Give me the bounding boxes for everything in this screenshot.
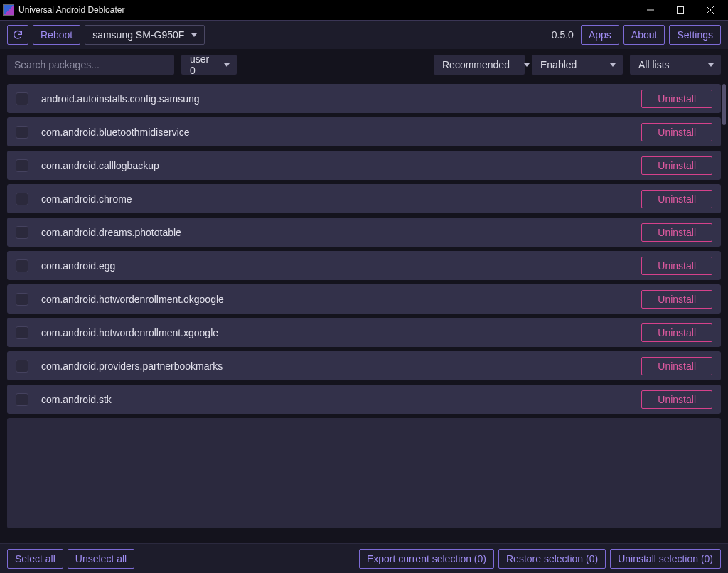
device-select-label: samsung SM-G950F	[92, 29, 184, 41]
about-button[interactable]: About	[623, 25, 665, 45]
package-row[interactable]: android.autoinstalls.config.samsungUnins…	[7, 84, 721, 113]
package-checkbox[interactable]	[16, 259, 28, 272]
uninstall-button[interactable]: Uninstall	[641, 123, 712, 141]
refresh-icon	[12, 29, 23, 41]
uninstall-button[interactable]: Uninstall	[641, 90, 712, 108]
user-select-label: user 0	[190, 53, 210, 76]
package-checkbox[interactable]	[16, 393, 28, 406]
chevron-down-icon	[524, 63, 530, 67]
list-select[interactable]: All lists	[630, 55, 721, 75]
uninstall-button[interactable]: Uninstall	[641, 390, 712, 409]
select-all-button[interactable]: Select all	[7, 549, 63, 569]
status-select[interactable]: Enabled	[532, 55, 623, 75]
svg-rect-0	[678, 7, 684, 14]
chevron-down-icon	[191, 33, 197, 37]
export-selection-button[interactable]: Export current selection (0)	[359, 549, 494, 569]
package-checkbox[interactable]	[16, 326, 28, 339]
apps-button[interactable]: Apps	[581, 25, 619, 45]
uninstall-button[interactable]: Uninstall	[641, 190, 712, 208]
user-select[interactable]: user 0	[181, 55, 237, 75]
package-row[interactable]: com.android.hotwordenrollment.xgoogleUni…	[7, 318, 721, 347]
package-checkbox[interactable]	[16, 159, 28, 172]
list-select-label: All lists	[638, 59, 670, 70]
uninstall-button[interactable]: Uninstall	[641, 156, 712, 175]
restore-selection-button[interactable]: Restore selection (0)	[498, 549, 606, 569]
chevron-down-icon	[610, 63, 616, 67]
package-checkbox[interactable]	[16, 193, 28, 205]
package-checkbox[interactable]	[16, 293, 28, 306]
recommendation-select-label: Recommended	[442, 59, 510, 70]
reboot-button[interactable]: Reboot	[33, 25, 80, 45]
package-name: com.android.chrome	[41, 193, 628, 205]
uninstall-button[interactable]: Uninstall	[641, 357, 712, 375]
settings-button[interactable]: Settings	[669, 25, 721, 45]
package-row[interactable]: com.android.calllogbackupUninstall	[7, 151, 721, 180]
version-label: 0.5.0	[552, 29, 574, 41]
package-name: com.android.hotwordenrollment.okgoogle	[41, 294, 628, 305]
package-row[interactable]: com.android.stkUninstall	[7, 385, 721, 414]
chevron-down-icon	[224, 63, 230, 67]
unselect-all-button[interactable]: Unselect all	[68, 549, 134, 569]
package-row[interactable]: com.android.providers.partnerbookmarksUn…	[7, 351, 721, 380]
close-button[interactable]	[695, 0, 725, 20]
package-name: com.android.egg	[41, 260, 628, 272]
package-name: com.android.stk	[41, 394, 628, 405]
app-icon	[3, 4, 14, 16]
package-name: android.autoinstalls.config.samsung	[41, 93, 628, 105]
chevron-down-icon	[708, 63, 714, 67]
device-select[interactable]: samsung SM-G950F	[85, 25, 205, 45]
maximize-button[interactable]	[665, 0, 695, 20]
package-name: com.android.calllogbackup	[41, 160, 628, 171]
status-select-label: Enabled	[540, 59, 577, 70]
scrollbar[interactable]	[722, 84, 726, 125]
package-list: android.autoinstalls.config.samsungUnins…	[7, 84, 721, 414]
package-name: com.android.dreams.phototable	[41, 227, 628, 238]
package-name: com.android.bluetoothmidiservice	[41, 127, 628, 138]
recommendation-select[interactable]: Recommended	[434, 55, 525, 75]
top-toolbar: Reboot samsung SM-G950F 0.5.0 Apps About…	[0, 20, 728, 50]
window-title: Universal Android Debloater	[18, 5, 636, 15]
detail-panel	[7, 418, 721, 528]
package-checkbox[interactable]	[16, 126, 28, 139]
package-row[interactable]: com.android.chromeUninstall	[7, 184, 721, 213]
title-bar: Universal Android Debloater	[0, 0, 728, 20]
package-checkbox[interactable]	[16, 226, 28, 239]
package-checkbox[interactable]	[16, 92, 28, 105]
package-name: com.android.providers.partnerbookmarks	[41, 360, 628, 372]
search-input[interactable]	[7, 55, 174, 75]
package-checkbox[interactable]	[16, 360, 28, 373]
package-row[interactable]: com.android.bluetoothmidiserviceUninstal…	[7, 117, 721, 146]
uninstall-button[interactable]: Uninstall	[641, 223, 712, 242]
filter-bar: user 0 Recommended Enabled All lists	[0, 50, 728, 80]
package-row[interactable]: com.android.dreams.phototableUninstall	[7, 218, 721, 247]
minimize-button[interactable]	[636, 0, 665, 20]
package-row[interactable]: com.android.hotwordenrollment.okgoogleUn…	[7, 284, 721, 314]
refresh-button[interactable]	[7, 25, 28, 45]
uninstall-button[interactable]: Uninstall	[641, 257, 712, 275]
uninstall-selection-button[interactable]: Uninstall selection (0)	[610, 549, 721, 569]
package-name: com.android.hotwordenrollment.xgoogle	[41, 327, 628, 338]
uninstall-button[interactable]: Uninstall	[641, 290, 712, 309]
uninstall-button[interactable]: Uninstall	[641, 323, 712, 342]
package-list-area: android.autoinstalls.config.samsungUnins…	[0, 80, 728, 543]
bottom-bar: Select all Unselect all Export current s…	[0, 543, 728, 573]
package-row[interactable]: com.android.eggUninstall	[7, 251, 721, 280]
